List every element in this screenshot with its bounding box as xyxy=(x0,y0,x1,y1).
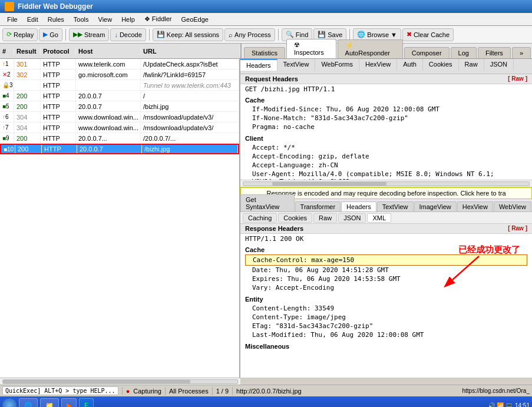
sub-tab-raw[interactable]: Raw xyxy=(313,213,337,223)
cell-host xyxy=(76,80,141,90)
inspector-tab-textview[interactable]: TextView xyxy=(277,59,316,71)
any-process-button[interactable]: ⌕ Any Process xyxy=(224,28,275,41)
tab-statistics[interactable]: Statistics xyxy=(244,47,285,58)
taskbar-media[interactable]: ▶ xyxy=(61,398,77,407)
table-row[interactable]: ↑ 6 304 HTTP www.download.win... /msdown… xyxy=(0,112,239,123)
taskbar-explorer[interactable]: 📁 xyxy=(40,398,59,407)
tab-more[interactable]: » xyxy=(512,47,531,58)
media-icon: ▶ xyxy=(67,402,71,408)
tab-inspectors[interactable]: ☢ Inspectors xyxy=(286,39,336,58)
menu-fiddler[interactable]: ❖ Fiddler xyxy=(140,14,177,24)
inspector-tab-auth[interactable]: Auth xyxy=(397,59,423,71)
window-title: Fiddler Web Debugger xyxy=(18,2,93,11)
header-vary: Vary: Accept-Encoding xyxy=(245,283,527,292)
clock: 14:51 xyxy=(515,402,530,408)
response-group-title-entity: Entity xyxy=(245,295,527,304)
cell-host: 20.0.0.7... xyxy=(76,133,141,143)
menu-geoedge[interactable]: GeoEdge xyxy=(176,15,213,24)
save-icon: 💾 xyxy=(318,31,326,38)
decode-button[interactable]: ↓ Decode xyxy=(110,28,146,41)
inspector-tab-hexview[interactable]: HexView xyxy=(359,59,397,71)
sub-tab-cookies[interactable]: Cookies xyxy=(278,213,312,223)
response-group-title-cache: Cache xyxy=(245,245,527,254)
table-row[interactable]: ↑ 7 304 HTTP www.download.win... /msdown… xyxy=(0,123,239,133)
response-raw-link[interactable]: [ Raw ] xyxy=(508,225,527,232)
col-header-url: URL xyxy=(141,47,240,55)
inspector-tab-json[interactable]: JSON xyxy=(484,59,514,71)
sub-tab-caching[interactable]: Caching xyxy=(243,213,277,223)
cell-result: 200 xyxy=(14,133,41,143)
sub-tab-xml[interactable]: XML xyxy=(367,213,391,223)
inspector-tab-headers[interactable]: Headers xyxy=(240,59,277,71)
replay-button[interactable]: ⟳ Replay xyxy=(2,28,38,41)
cell-id: ↑ 6 xyxy=(0,112,14,122)
taskbar: 🌐 📁 ▶ F 🔊 📶 💻 14:51 xyxy=(0,396,532,407)
any-process-label: Any Process xyxy=(234,31,271,38)
cell-url: Tunnel to www.telerik.com:443 xyxy=(141,80,239,90)
table-row[interactable]: 🔒 3 HTTP Tunnel to www.telerik.com:443 xyxy=(0,80,239,91)
response-tab-headers[interactable]: Headers xyxy=(341,201,376,211)
inspector-tab-webforms[interactable]: WebForms xyxy=(315,59,359,71)
tab-autoresponder[interactable]: ⚡ AutoResponder xyxy=(338,39,403,58)
menu-help[interactable]: Help xyxy=(117,15,140,24)
horizontal-scrollbar[interactable] xyxy=(240,180,532,187)
taskbar-left: 🌐 📁 ▶ F xyxy=(2,398,94,407)
inspector-tab-raw[interactable]: Raw xyxy=(459,59,484,71)
response-tab-imageview[interactable]: ImageView xyxy=(414,201,457,211)
request-group-client: Client Accept: */* Accept-Encoding: gzip… xyxy=(240,133,532,180)
status-bar-left: QuickExec] ALT+Q > type HELP... ● Captur… xyxy=(2,386,302,395)
cell-id: ✕ 2 xyxy=(0,70,14,80)
clear-cache-button[interactable]: ✖ Clear Cache xyxy=(402,28,454,41)
table-row[interactable]: ↑ 1 301 HTTP www.telerik.com /UpdateChec… xyxy=(0,59,239,70)
taskbar-fiddler[interactable]: F xyxy=(79,398,94,407)
sessions-scroll-bar[interactable] xyxy=(0,378,240,385)
inspector-tab-cookies[interactable]: Cookies xyxy=(423,59,459,71)
cell-id: ■ 9 xyxy=(0,133,14,143)
start-button[interactable] xyxy=(2,398,16,407)
table-row[interactable]: ✕ 2 302 HTTP go.microsoft.com /fwlink/?L… xyxy=(0,70,239,80)
header-accept: Accept: */* xyxy=(245,143,527,152)
header-content-type: Content-Type: image/jpeg xyxy=(245,313,527,322)
response-status-line: HTTP/1.1 200 OK xyxy=(240,234,532,244)
clear-cache-icon: ✖ xyxy=(407,31,412,38)
response-tab-hexview[interactable]: HexView xyxy=(457,201,493,211)
table-row[interactable]: ■ 4 200 HTTP 20.0.0.7 / xyxy=(0,91,239,101)
col-header-host: Host xyxy=(76,47,141,55)
request-headers-title: Request Headers [ Raw ] xyxy=(240,74,532,84)
menu-rules[interactable]: Rules xyxy=(43,15,69,24)
tab-filters[interactable]: Filters xyxy=(478,47,511,58)
tab-composer[interactable]: Composer xyxy=(404,47,450,58)
cell-url: /bizhi.jpg xyxy=(142,145,238,153)
stream-button[interactable]: ▶▶ Stream xyxy=(69,28,109,41)
cell-host: 20.0.0.7 xyxy=(76,101,141,111)
header-user-agent: User-Agent: Mozilla/4.0 (compatible; MSI… xyxy=(245,170,527,180)
group-title-cache: Cache xyxy=(245,95,527,105)
header-content-length: Content-Length: 33549 xyxy=(245,304,527,313)
table-row-selected[interactable]: ■ 10 200 HTTP 20.0.0.7 /bizhi.jpg xyxy=(0,144,239,154)
response-tab-textview[interactable]: TextView xyxy=(377,201,414,211)
table-row[interactable]: ■ 9 200 HTTP 20.0.0.7... /20.0.0.7/... xyxy=(0,133,239,144)
response-tab-webview[interactable]: WebView xyxy=(494,201,531,211)
response-tab-transformer[interactable]: Transformer xyxy=(295,201,341,211)
keep-button[interactable]: 💾 Keep: All sessions xyxy=(153,28,223,41)
tab-log[interactable]: Log xyxy=(451,47,477,58)
col-header-num: # xyxy=(0,47,14,55)
table-row[interactable]: ■ 5 200 HTTP 20.0.0.7 /bizhi.jpg xyxy=(0,101,239,112)
save-label: Save xyxy=(328,31,342,38)
menu-file[interactable]: File xyxy=(2,15,22,24)
sub-tab-json[interactable]: JSON xyxy=(338,213,366,223)
status-bar-right: https://blog.csdn.net/Ora_ xyxy=(462,388,530,394)
go-button[interactable]: ▶ Go xyxy=(39,28,62,41)
header-etag: ETag: "831d-5ac343ac7c200-gzip" xyxy=(245,322,527,330)
cell-host: www.telerik.com xyxy=(76,59,141,69)
request-raw-link[interactable]: [ Raw ] xyxy=(508,75,527,82)
cell-result: 200 xyxy=(14,101,41,111)
menu-view[interactable]: View xyxy=(94,15,117,24)
menu-tools[interactable]: Tools xyxy=(69,15,94,24)
scroll-thumb xyxy=(272,182,386,186)
menu-edit[interactable]: Edit xyxy=(22,15,43,24)
quickexec-label[interactable]: QuickExec] ALT+Q > type HELP... xyxy=(2,386,118,395)
decode-label: Decode xyxy=(120,31,142,38)
taskbar-ie[interactable]: 🌐 xyxy=(19,398,38,407)
response-tab-syntaxview[interactable]: Get SyntaxView xyxy=(240,194,295,211)
